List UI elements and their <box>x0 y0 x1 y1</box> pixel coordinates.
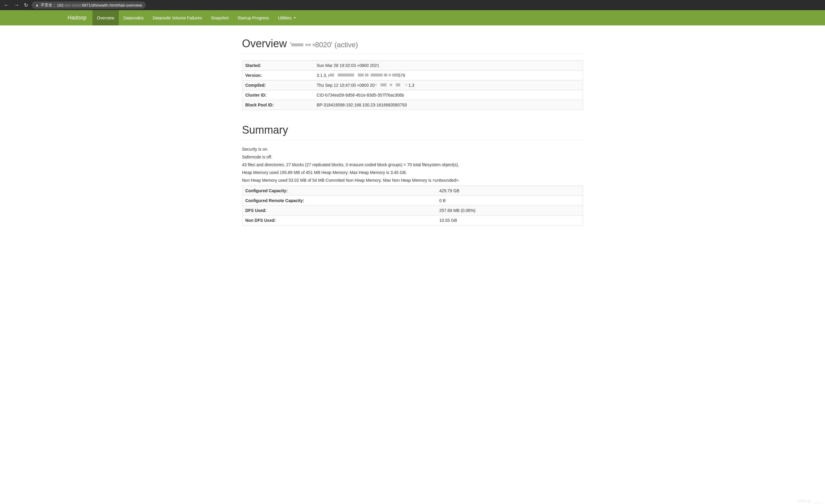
compiled-suffix: 1.3 <box>407 83 414 88</box>
main-navbar: Hadoop Overview Datanodes Datanode Volum… <box>0 10 825 25</box>
table-row: Configured Remote Capacity: 0 B <box>242 196 583 206</box>
nav-snapshot[interactable]: Snapshot <box>206 10 233 25</box>
url-host-prefix: 192 <box>57 3 63 7</box>
url-text: 192. :9871/dfshealth.html#tab-overview <box>57 3 142 7</box>
url-path: :9871/dfshealth.html#tab-overview <box>81 3 142 7</box>
info-label: Cluster ID: <box>242 90 314 100</box>
back-button[interactable]: ← <box>2 2 10 8</box>
nonheap-memory-stats: Non Heap Memory used 53.02 MB of 54 MB C… <box>242 178 583 183</box>
info-label: Version: <box>242 71 314 80</box>
info-value: BP-318419598-192.168.100.23-161668358079… <box>314 100 583 110</box>
compiled-prefix: Thu Sep 12 10:47:00 +0800 20 <box>317 83 375 88</box>
table-row: Cluster ID: CID-b734ea59-9d58-4b1e-83d5-… <box>242 90 583 100</box>
summary-title: Summary <box>242 124 583 136</box>
stat-value: 10.55 GB <box>436 216 583 226</box>
chevron-down-icon <box>293 17 296 18</box>
nav-datanodes[interactable]: Datanodes <box>119 10 148 25</box>
brand[interactable]: Hadoop <box>68 15 92 21</box>
table-row: Compiled: Thu Sep 12 10:47:00 +0800 20 1… <box>242 80 583 90</box>
info-label: Compiled: <box>242 80 314 90</box>
nav-overview[interactable]: Overview <box>92 10 119 25</box>
stat-value: 0 B <box>436 196 583 206</box>
url-bar[interactable]: ▲ 不安全 | 192. :9871/dfshealth.html#tab-ov… <box>32 1 146 9</box>
table-row: Version: 3.1.3, r 579 <box>242 71 583 80</box>
table-row: DFS Used: 257.69 MB (0.06%) <box>242 206 583 216</box>
version-suffix: 579 <box>398 73 405 78</box>
table-row: Non DFS Used: 10.55 GB <box>242 216 583 226</box>
nav-volume-failures[interactable]: Datanode Volume Failures <box>148 10 206 25</box>
warning-icon: ▲ <box>35 3 39 7</box>
stat-label: DFS Used: <box>242 206 436 216</box>
info-value: Sun Mar 28 19:32:03 +0800 2021 <box>314 61 583 71</box>
reload-button[interactable]: ↻ <box>23 2 29 8</box>
insecure-label: 不安全 <box>41 2 52 8</box>
security-status: Security is on. <box>242 147 583 152</box>
nav-startup-progress[interactable]: Startup Progress <box>233 10 274 25</box>
nav-utilities[interactable]: Utilities <box>274 10 300 25</box>
table-row: Started: Sun Mar 28 19:32:03 +0800 2021 <box>242 61 583 71</box>
safemode-status: Safemode is off. <box>242 155 583 159</box>
stat-value: 429.79 GB <box>436 186 583 196</box>
overview-info-table: Started: Sun Mar 28 19:32:03 +0800 2021 … <box>242 60 583 110</box>
info-label: Block Pool ID: <box>242 100 314 110</box>
version-prefix: 3.1.3, r <box>317 73 330 78</box>
stat-label: Non DFS Used: <box>242 216 436 226</box>
stat-value: 257.69 MB (0.06%) <box>436 206 583 216</box>
table-row: Configured Capacity: 429.79 GB <box>242 186 583 196</box>
forward-button[interactable]: → <box>13 2 20 8</box>
url-separator: | <box>54 3 55 7</box>
stat-label: Configured Remote Capacity: <box>242 196 436 206</box>
table-row: Block Pool ID: BP-318419598-192.168.100.… <box>242 100 583 110</box>
info-label: Started: <box>242 61 314 71</box>
page-title: Overview <box>242 37 287 50</box>
heap-memory-stats: Heap Memory used 195.89 MB of 451 MB Hea… <box>242 170 583 175</box>
info-value: CID-b734ea59-9d58-4b1e-83d5-357f76ac306b <box>314 90 583 100</box>
nav-utilities-label: Utilities <box>278 15 291 20</box>
stat-label: Configured Capacity: <box>242 186 436 196</box>
browser-toolbar: ← → ↻ ▲ 不安全 | 192. :9871/dfshealth.html#… <box>0 0 825 10</box>
summary-text: Security is on. Safemode is off. 43 file… <box>242 147 583 183</box>
info-value: Thu Sep 12 10:47:00 +0800 20 1.3 <box>314 80 583 90</box>
summary-header: Summary <box>242 116 583 140</box>
page-subtitle: ' 8020' (active) <box>290 40 358 49</box>
info-value: 3.1.3, r 579 <box>314 71 583 80</box>
page-header: Overview ' 8020' (active) <box>242 25 583 54</box>
host-suffix: 8020' (active) <box>315 40 358 49</box>
filesystem-stats: 43 files and directories, 27 blocks (27 … <box>242 162 583 167</box>
summary-table: Configured Capacity: 429.79 GB Configure… <box>242 186 583 226</box>
